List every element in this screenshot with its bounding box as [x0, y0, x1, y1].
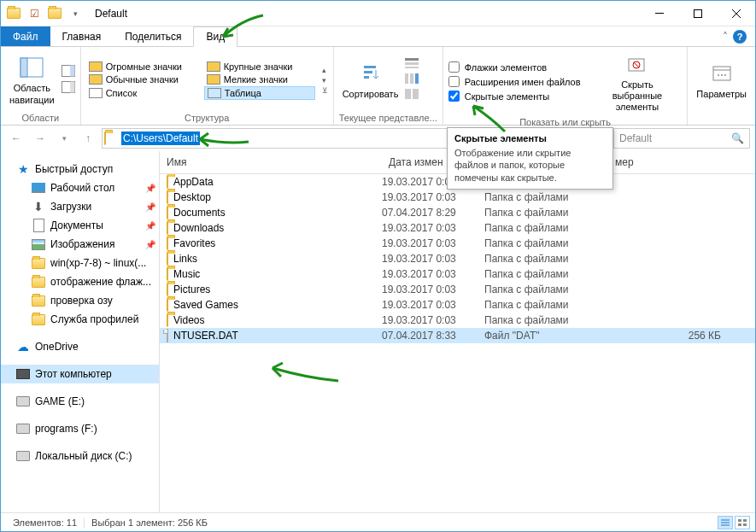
column-size[interactable]: мер — [608, 151, 755, 173]
file-row[interactable]: Links19.03.2017 0:03Папка с файлами — [160, 251, 755, 266]
sidebar-desktop[interactable]: Рабочий стол📌 — [1, 178, 159, 197]
tooltip-title: Скрытые элементы — [454, 133, 606, 143]
layout-table[interactable]: Таблица — [204, 86, 315, 100]
file-list[interactable]: AppData19.03.2017 0:03Папка с файламиDes… — [160, 174, 755, 512]
file-name: Favorites — [173, 237, 215, 249]
file-date: 19.03.2017 0:03 — [382, 191, 484, 203]
group-by-icon[interactable] — [405, 58, 419, 71]
svg-rect-1 — [694, 9, 701, 17]
sidebar-drive-programs[interactable]: programs (F:) — [1, 419, 159, 438]
details-pane-icon[interactable] — [62, 81, 75, 96]
recent-dropdown-icon[interactable]: ▾ — [54, 128, 74, 149]
file-row[interactable]: Favorites19.03.2017 0:03Папка с файлами — [160, 236, 755, 251]
window-title: Default — [95, 8, 127, 20]
file-row[interactable]: Pictures19.03.2017 0:03Папка с файлами — [160, 282, 755, 297]
file-name: Videos — [173, 314, 204, 326]
view-thumbnails-icon[interactable] — [735, 516, 750, 529]
file-icon — [167, 330, 168, 342]
sort-button[interactable]: Сортировать — [339, 58, 402, 102]
options-button[interactable]: Параметры — [693, 58, 750, 102]
checkbox-item-extensions[interactable]: Расширения имен файлов — [448, 76, 581, 87]
preview-pane-icon[interactable] — [62, 65, 75, 79]
back-button[interactable]: ← — [6, 128, 26, 149]
checkbox-flags[interactable] — [448, 61, 460, 73]
layout-small-icons[interactable]: Мелкие значки — [204, 73, 315, 85]
options-label: Параметры — [696, 89, 747, 100]
checkbox-item-flags[interactable]: Флажки элементов — [448, 61, 581, 73]
folder-icon — [104, 132, 118, 144]
maximize-button[interactable] — [678, 1, 717, 26]
sidebar-downloads[interactable]: ⬇Загрузки📌 — [1, 197, 159, 216]
file-row[interactable]: Downloads19.03.2017 0:03Папка с файлами — [160, 220, 755, 236]
svg-rect-20 — [413, 89, 419, 99]
file-type: Папка с файлами — [484, 253, 608, 265]
file-row[interactable]: NTUSER.DAT07.04.2017 8:33Файл "DAT"256 К… — [160, 328, 755, 343]
qat-dropdown-icon[interactable]: ▾ — [66, 4, 85, 23]
forward-button[interactable]: → — [30, 128, 50, 149]
file-name: Pictures — [173, 284, 210, 295]
sidebar-documents[interactable]: Документы📌 — [1, 216, 159, 235]
ribbon-group-panes: Область навигации Области — [1, 47, 81, 125]
file-row[interactable]: Documents07.04.2017 8:29Папка с файлами — [160, 205, 755, 220]
sidebar-drive-game[interactable]: GAME (E:) — [1, 392, 159, 411]
file-row[interactable]: Saved Games19.03.2017 0:03Папка с файлам… — [160, 297, 755, 313]
svg-rect-13 — [405, 58, 419, 61]
svg-rect-9 — [70, 81, 75, 92]
layout-large-icons[interactable]: Крупные значки — [204, 61, 315, 73]
column-name[interactable]: Имя — [160, 151, 382, 173]
file-row[interactable]: Videos19.03.2017 0:03Папка с файлами — [160, 313, 755, 328]
folder-icon — [167, 191, 168, 203]
file-date: 19.03.2017 0:03 — [382, 222, 484, 234]
search-input[interactable]: Default 🔍 — [613, 128, 750, 149]
minimize-button[interactable] — [640, 1, 678, 26]
help-icon[interactable]: ? — [733, 30, 747, 44]
file-date: 19.03.2017 0:03 — [382, 268, 484, 280]
sidebar-drive-local[interactable]: Локальный диск (C:) — [1, 447, 159, 465]
navigation-pane-label: Область навигации — [9, 83, 55, 105]
layout-scroll-up-icon[interactable]: ▴ — [322, 66, 328, 74]
navigation-bar: ← → ▾ ↑ C:\Users\Default Default 🔍 — [1, 126, 755, 151]
layout-list[interactable]: Список — [86, 86, 197, 100]
navigation-pane-button[interactable]: Область навигации — [6, 52, 58, 107]
view-details-icon[interactable] — [718, 516, 733, 529]
checkbox-extensions[interactable] — [448, 76, 460, 87]
file-list-panel: Имя Дата измен мер AppData19.03.2017 0:0… — [160, 151, 755, 512]
file-row[interactable]: Music19.03.2017 0:03Папка с файлами — [160, 266, 755, 282]
hide-selected-button[interactable]: Скрыть выбранные элементы — [593, 49, 683, 115]
sidebar-folder-profiles[interactable]: Служба профилей — [1, 310, 159, 329]
sidebar-this-pc[interactable]: Этот компьютер — [1, 365, 159, 383]
sidebar-folder-ram[interactable]: проверка озу — [1, 291, 159, 310]
tab-share[interactable]: Поделиться — [113, 26, 193, 46]
folder-icon — [45, 4, 64, 23]
sidebar-quick-access[interactable]: ★Быстрый доступ — [1, 160, 159, 178]
tab-file[interactable]: Файл — [1, 26, 50, 46]
file-row[interactable]: Desktop19.03.2017 0:03Папка с файлами — [160, 190, 755, 205]
hide-selected-label: Скрыть выбранные элементы — [596, 79, 679, 114]
qat-properties-icon[interactable]: ☑ — [25, 4, 44, 23]
up-button[interactable]: ↑ — [78, 128, 98, 149]
size-columns-icon[interactable] — [405, 89, 419, 102]
layout-scroll-down-icon[interactable]: ▾ — [322, 76, 328, 85]
sidebar-folder-winxp[interactable]: win(xp-7-8) ~ linux(... — [1, 254, 159, 272]
ribbon-group-options: Параметры — [688, 47, 755, 125]
layout-huge-icons[interactable]: Огромные значки — [86, 61, 197, 73]
svg-rect-24 — [713, 67, 730, 80]
add-columns-icon[interactable] — [405, 73, 419, 86]
sidebar-onedrive[interactable]: ☁OneDrive — [1, 337, 159, 356]
tab-home[interactable]: Главная — [50, 26, 114, 46]
tab-view[interactable]: Вид — [193, 26, 237, 47]
file-type: Папка с файлами — [484, 314, 608, 326]
layout-normal-icons[interactable]: Обычные значки — [86, 73, 197, 85]
ribbon-group-label — [693, 111, 750, 125]
layout-more-icon[interactable]: ⊻ — [322, 86, 328, 95]
file-type: Папка с файлами — [484, 299, 608, 311]
file-type: Папка с файлами — [484, 268, 608, 280]
sidebar-folder-flags[interactable]: отображение флаж... — [1, 272, 159, 291]
sidebar-pictures[interactable]: Изображения📌 — [1, 235, 159, 254]
checkbox-hidden[interactable] — [448, 91, 460, 102]
close-button[interactable] — [717, 1, 755, 26]
folder-icon — [167, 268, 168, 280]
collapse-ribbon-icon[interactable]: ˄ — [723, 31, 728, 43]
quick-access-toolbar: ☑ ▾ — [1, 4, 85, 23]
checkbox-item-hidden[interactable]: Скрытые элементы — [448, 91, 581, 102]
